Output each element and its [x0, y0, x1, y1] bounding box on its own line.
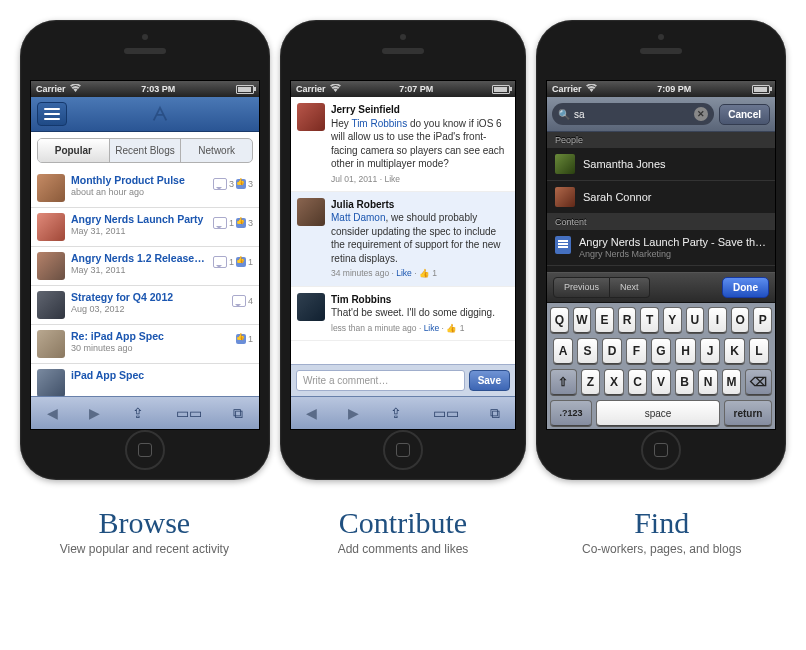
bookmarks-icon[interactable]: ▭▭ — [433, 405, 459, 421]
mention-link[interactable]: Tim Robbins — [351, 118, 407, 129]
feed-meta: 3 3 — [213, 178, 253, 190]
clear-icon[interactable]: ✕ — [694, 107, 708, 121]
save-button[interactable]: Save — [469, 370, 510, 391]
shift-key[interactable]: ⇧ — [550, 369, 577, 395]
like-link[interactable]: Like — [424, 323, 440, 333]
backspace-key[interactable]: ⌫ — [745, 369, 772, 395]
numbers-key[interactable]: .?123 — [550, 400, 592, 426]
key[interactable]: X — [604, 369, 624, 395]
result-row[interactable]: Samantha Jones — [547, 148, 775, 181]
key[interactable]: N — [698, 369, 718, 395]
comments-list: Jerry Seinfield Hey Tim Robbins do you k… — [291, 97, 515, 364]
key[interactable]: Y — [663, 307, 682, 333]
like-icon — [236, 334, 246, 344]
key[interactable]: L — [749, 338, 770, 364]
result-title: Samantha Jones — [583, 158, 666, 170]
tab-popular[interactable]: Popular — [38, 139, 110, 162]
key[interactable]: C — [628, 369, 648, 395]
feed-item[interactable]: iPad App Spec — [31, 364, 259, 396]
tabs-icon[interactable]: ⧉ — [233, 405, 243, 422]
feed-item[interactable]: Re: iPad App Spec 30 minutes ago 1 — [31, 325, 259, 364]
mention-link[interactable]: Matt Damon — [331, 212, 385, 223]
battery-icon — [752, 85, 770, 94]
comment-icon — [213, 256, 227, 268]
keyboard: Q W E R T Y U I O P A S D F G H — [547, 303, 775, 429]
key[interactable]: A — [553, 338, 574, 364]
document-icon — [555, 236, 571, 254]
feed-item[interactable]: Angry Nerds Launch Party May 31, 2011 1 … — [31, 208, 259, 247]
key[interactable]: D — [602, 338, 623, 364]
form-accessory-bar: Previous Next Done — [547, 272, 775, 303]
key[interactable]: V — [651, 369, 671, 395]
forward-icon[interactable]: ▶ — [89, 405, 100, 421]
forward-icon[interactable]: ▶ — [348, 405, 359, 421]
comment-input[interactable]: Write a comment… — [296, 370, 465, 391]
menu-button[interactable] — [37, 102, 67, 126]
key[interactable]: M — [722, 369, 742, 395]
previous-button[interactable]: Previous — [553, 277, 610, 298]
carrier-label: Carrier — [36, 84, 66, 94]
key[interactable]: R — [618, 307, 637, 333]
cancel-button[interactable]: Cancel — [719, 104, 770, 125]
like-link[interactable]: Like — [396, 268, 412, 278]
avatar — [37, 330, 65, 358]
avatar — [37, 213, 65, 241]
avatar — [297, 198, 325, 226]
back-icon[interactable]: ◀ — [47, 405, 58, 421]
search-bar: 🔍 sa ✕ Cancel — [547, 97, 775, 132]
key[interactable]: Z — [581, 369, 601, 395]
home-button[interactable] — [383, 430, 423, 470]
result-row[interactable]: Angry Nerds Launch Party - Save th… Angr… — [547, 230, 775, 266]
key[interactable]: I — [708, 307, 727, 333]
key[interactable]: Q — [550, 307, 569, 333]
screen-browse: Carrier 7:03 PM Popular Recent Blogs Net… — [30, 80, 260, 430]
avatar — [37, 291, 65, 319]
key[interactable]: S — [577, 338, 598, 364]
key[interactable]: B — [675, 369, 695, 395]
avatar — [297, 293, 325, 321]
comment-item: Julia Roberts Matt Damon, we should prob… — [291, 192, 515, 287]
return-key[interactable]: return — [724, 400, 772, 426]
caption-subtitle: Co-workers, pages, and blogs — [537, 542, 786, 556]
tab-recent-blogs[interactable]: Recent Blogs — [110, 139, 182, 162]
segment-control: Popular Recent Blogs Network — [37, 138, 253, 163]
phone-contribute: Carrier 7:07 PM Jerry Seinfield Hey Tim … — [280, 20, 526, 480]
key[interactable]: W — [573, 307, 592, 333]
search-results: People Samantha Jones Sarah Connor Conte… — [547, 132, 775, 272]
bookmarks-icon[interactable]: ▭▭ — [176, 405, 202, 421]
phone-browse: Carrier 7:03 PM Popular Recent Blogs Net… — [20, 20, 270, 480]
key[interactable]: F — [626, 338, 647, 364]
done-button[interactable]: Done — [722, 277, 769, 298]
tabs-icon[interactable]: ⧉ — [490, 405, 500, 422]
key[interactable]: T — [640, 307, 659, 333]
search-icon: 🔍 — [558, 109, 570, 120]
next-button[interactable]: Next — [610, 277, 650, 298]
share-icon[interactable]: ⇪ — [132, 405, 144, 421]
key[interactable]: E — [595, 307, 614, 333]
key[interactable]: K — [724, 338, 745, 364]
space-key[interactable]: space — [596, 400, 720, 426]
section-header-content: Content — [547, 214, 775, 230]
app-logo-icon — [67, 105, 253, 123]
result-row[interactable]: Sarah Connor — [547, 181, 775, 214]
key[interactable]: P — [753, 307, 772, 333]
key[interactable]: H — [675, 338, 696, 364]
key[interactable]: G — [651, 338, 672, 364]
share-icon[interactable]: ⇪ — [390, 405, 402, 421]
feed-item[interactable]: Angry Nerds 1.2 Release Notes May 31, 20… — [31, 247, 259, 286]
key[interactable]: U — [686, 307, 705, 333]
home-button[interactable] — [641, 430, 681, 470]
back-icon[interactable]: ◀ — [306, 405, 317, 421]
feed-item[interactable]: Monthly Product Pulse about an hour ago … — [31, 169, 259, 208]
wifi-icon — [70, 84, 81, 94]
tab-network[interactable]: Network — [181, 139, 252, 162]
home-button[interactable] — [125, 430, 165, 470]
key[interactable]: J — [700, 338, 721, 364]
comment-author: Jerry Seinfield — [331, 103, 509, 117]
search-input[interactable]: 🔍 sa ✕ — [552, 103, 714, 125]
nav-bar — [31, 97, 259, 132]
key[interactable]: O — [731, 307, 750, 333]
feed-item[interactable]: Strategy for Q4 2012 Aug 03, 2012 4 — [31, 286, 259, 325]
browser-toolbar: ◀ ▶ ⇪ ▭▭ ⧉ — [31, 396, 259, 429]
comment-icon — [232, 295, 246, 307]
